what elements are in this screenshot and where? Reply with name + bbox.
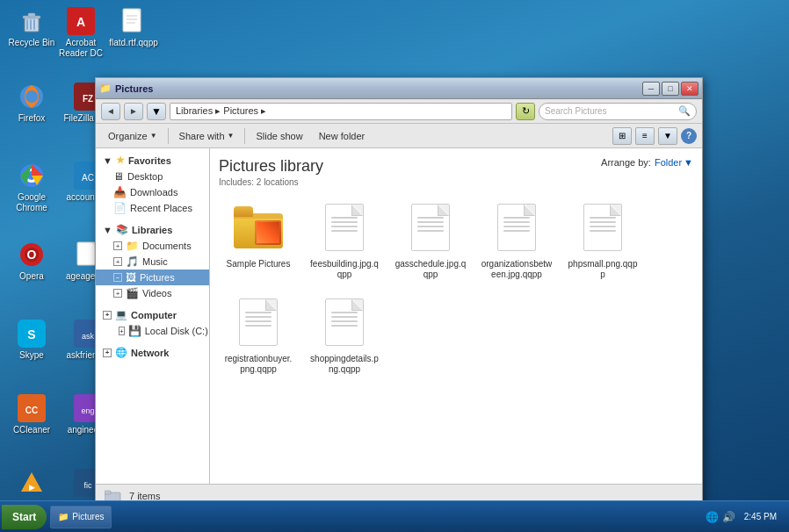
sidebar-item-documents[interactable]: + 📁 Documents <box>96 238 209 254</box>
toolbar-sep-1 <box>168 128 169 144</box>
sidebar-item-music[interactable]: + 🎵 Music <box>96 254 209 270</box>
help-button[interactable]: ? <box>681 128 697 144</box>
sidebar-item-videos[interactable]: + 🎬 Videos <box>96 285 209 301</box>
arrange-arrow: ▼ <box>684 157 693 168</box>
toolbar: Organize ▼ Share with ▼ Slide show New f… <box>96 124 702 148</box>
share-label: Share with <box>179 131 225 141</box>
desktop-icon-ccleaner[interactable]: CC CCleaner <box>4 391 60 439</box>
desktop-icon-skype[interactable]: S Skype <box>4 316 60 364</box>
svg-text:ask: ask <box>82 332 95 341</box>
arrange-dropdown[interactable]: Folder ▼ <box>655 157 693 168</box>
taskbar-tray: 🌐 🔊 2:45 PM <box>699 511 789 523</box>
tray-sound-icon[interactable]: 🔊 <box>722 511 735 523</box>
clock-time: 2:45 PM <box>744 512 777 521</box>
doc-line-11 <box>503 226 530 227</box>
content-area: Pictures library Includes: 2 locations A… <box>210 148 702 484</box>
firefox-label: Firefox <box>18 113 46 124</box>
desktop-icon-opera[interactable]: O Opera <box>4 237 60 285</box>
downloads-label: Downloads <box>130 187 177 198</box>
back-button[interactable]: ◄ <box>101 103 120 120</box>
file-item-phpsmall[interactable]: phpsmall.png.qqpp <box>563 196 642 284</box>
organize-label: Organize <box>108 131 148 141</box>
svg-text:O: O <box>27 248 37 262</box>
file-item-shoppingdetails[interactable]: shoppingdetails.png.qqpp <box>305 291 384 378</box>
libraries-expand: ▼ <box>103 225 112 235</box>
minimize-button[interactable]: ─ <box>642 82 660 96</box>
sidebar-item-downloads[interactable]: 📥 Downloads <box>96 184 209 200</box>
taskbar: Start 📁 Pictures 🌐 🔊 2:45 PM <box>0 500 789 532</box>
doc-icon-gasschedule <box>404 199 457 255</box>
doc-line-22 <box>331 316 358 318</box>
svg-rect-40 <box>105 491 111 494</box>
favorites-star: ★ <box>116 155 125 166</box>
view-button-3[interactable]: ▼ <box>658 127 677 145</box>
recent-icon: 📄 <box>113 202 127 214</box>
desktop-icon-chrome[interactable]: Google Chrome <box>4 158 60 217</box>
new-folder-button[interactable]: New folder <box>312 126 373 146</box>
sidebar-libraries-header[interactable]: ▼ 📚 Libraries <box>96 221 209 238</box>
view-button-1[interactable]: ⊞ <box>612 127 632 145</box>
forward-button[interactable]: ► <box>124 103 143 120</box>
address-path[interactable]: Libraries ▸ Pictures ▸ <box>170 103 512 120</box>
file-label-registrationbuyer: registrationbuyer.png.qqpp <box>222 354 294 375</box>
sidebar-computer-header[interactable]: + 💻 Computer <box>96 306 209 323</box>
start-button[interactable]: Start <box>2 505 47 529</box>
organize-button[interactable]: Organize ▼ <box>101 126 164 146</box>
opera-label: Opera <box>19 271 44 282</box>
view-button-2[interactable]: ≡ <box>635 127 655 145</box>
sidebar-item-pictures[interactable]: − 🖼 Pictures <box>96 270 209 285</box>
desktop-icon-firefox[interactable]: Firefox <box>4 79 60 127</box>
doc-line-13 <box>590 217 616 219</box>
sidebar-item-local-disk[interactable]: + 💾 Local Disk (C:) <box>96 323 209 339</box>
file-item-organizations[interactable]: organizationsbetween.jpg.qqpp <box>477 196 556 284</box>
svg-text:AC: AC <box>82 173 94 183</box>
svg-point-14 <box>25 90 38 103</box>
svg-text:FZ: FZ <box>83 94 93 104</box>
desktop-icon-acrobat[interactable]: A Acrobat Reader DC <box>53 4 109 62</box>
doc-icon-registrationbuyer <box>232 294 285 350</box>
search-icon[interactable]: 🔍 <box>678 105 691 117</box>
svg-text:▶: ▶ <box>29 483 35 492</box>
tray-network-icon[interactable]: 🌐 <box>706 511 719 523</box>
system-clock[interactable]: 2:45 PM <box>739 512 782 521</box>
pictures-label: Pictures <box>140 272 175 283</box>
maximize-button[interactable]: □ <box>662 82 679 96</box>
close-button[interactable]: ✕ <box>681 82 699 96</box>
svg-rect-8 <box>123 9 141 32</box>
music-icon: 🎵 <box>126 255 139 268</box>
sidebar-item-desktop[interactable]: 🖥 Desktop <box>96 169 209 184</box>
doc-line-15 <box>590 226 616 227</box>
window-title: Pictures <box>115 83 153 94</box>
sidebar-favorites-header[interactable]: ▼ ★ Favorites <box>96 152 209 169</box>
search-box[interactable]: Search Pictures 🔍 <box>539 103 697 120</box>
file-label-gasschedule: gasschedule.jpg.qqpp <box>394 259 467 280</box>
taskbar-task-pictures[interactable]: 📁 Pictures <box>50 506 112 528</box>
doc-line-5 <box>417 217 444 219</box>
doc-line-1 <box>331 217 358 219</box>
doc-line-19 <box>245 320 271 322</box>
title-bar-buttons: ─ □ ✕ <box>642 82 699 96</box>
refresh-button[interactable]: ↻ <box>516 103 535 120</box>
folder-button[interactable]: ▼ <box>147 103 166 120</box>
folder-thumbnail <box>255 220 281 245</box>
file-item-gasschedule[interactable]: gasschedule.jpg.qqpp <box>391 196 470 284</box>
svg-text:CC: CC <box>25 406 38 415</box>
desktop-icon-recycle-bin[interactable]: Recycle Bin <box>4 4 60 52</box>
organize-arrow: ▼ <box>150 132 157 140</box>
content-header: Pictures library Includes: 2 locations A… <box>219 157 693 187</box>
doc-icon-organizations <box>490 199 543 255</box>
videos-label: Videos <box>142 288 171 298</box>
disk-icon: 💾 <box>128 325 141 337</box>
favorites-label: Favorites <box>128 155 171 166</box>
file-item-feesbuilding[interactable]: feesbuilding.jpg.qqpp <box>305 196 384 284</box>
file-item-registrationbuyer[interactable]: registrationbuyer.png.qqpp <box>219 291 298 378</box>
svg-rect-1 <box>26 19 28 30</box>
main-content: ▼ ★ Favorites 🖥 Desktop 📥 Downloads 📄 Re… <box>96 148 702 484</box>
slideshow-button[interactable]: Slide show <box>249 126 309 146</box>
sidebar-network-header[interactable]: + 🌐 Network <box>96 344 209 361</box>
share-button[interactable]: Share with ▼ <box>172 126 242 146</box>
doc-line-3 <box>331 226 358 227</box>
sidebar-item-recent[interactable]: 📄 Recent Places <box>96 200 209 216</box>
file-item-sample-pictures[interactable]: Sample Pictures <box>219 196 298 284</box>
desktop-icon-flatd[interactable]: flatd.rtf.qqpp <box>105 4 162 52</box>
